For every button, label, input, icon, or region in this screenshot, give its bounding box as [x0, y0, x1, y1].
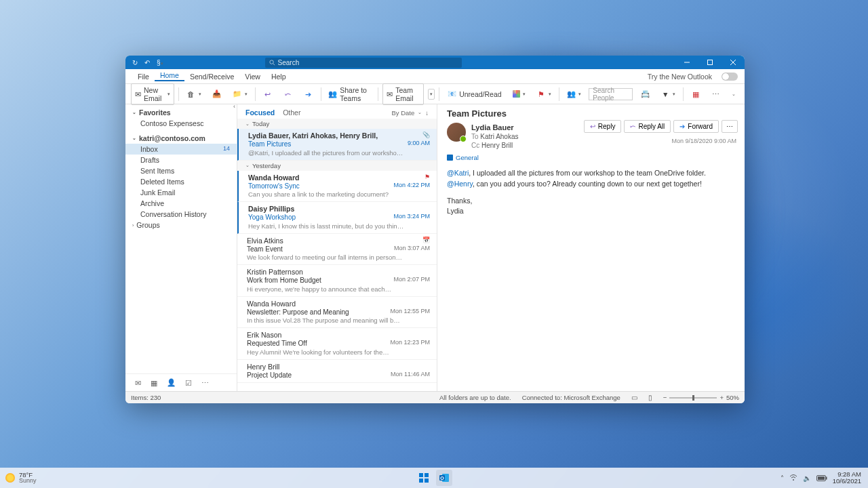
- taskbar-pinned: O: [416, 470, 452, 486]
- menu-view[interactable]: View: [239, 73, 266, 81]
- taskbar-outlook-icon[interactable]: O: [436, 470, 452, 486]
- sort-dropdown[interactable]: By Date⌄↓: [391, 109, 429, 117]
- forward-button[interactable]: ➔: [300, 87, 317, 101]
- sun-icon: [5, 473, 15, 483]
- reply-all-icon: ⤺: [283, 89, 293, 99]
- message-item[interactable]: Wanda HowardNewsletter: Purpose and Mean…: [237, 297, 437, 329]
- categorize-button[interactable]: ▾: [509, 88, 529, 100]
- message-category[interactable]: General: [437, 154, 745, 164]
- titlebar: ↻ ↶ §▾ Search: [125, 56, 745, 69]
- nav-archive[interactable]: Archive: [125, 198, 237, 209]
- mail-switcher-icon[interactable]: ✉: [135, 379, 141, 387]
- zoom-control[interactable]: − + 50%: [663, 394, 739, 401]
- try-new-outlook-toggle[interactable]: [722, 73, 738, 81]
- trash-icon: 🗑: [186, 89, 196, 99]
- message-item[interactable]: Erik NasonRequested Time OffHey Alumni! …: [237, 328, 437, 360]
- nav-deleted[interactable]: Deleted Items: [125, 176, 237, 187]
- message-list-body[interactable]: ⌄ TodayLydia Bauer, Katri Ahokas, Henry …: [237, 119, 437, 391]
- people-switcher-icon[interactable]: 👤: [167, 378, 176, 387]
- header-forward-button[interactable]: ➔ Forward: [673, 120, 719, 133]
- calendar-switcher-icon[interactable]: ▦: [151, 379, 157, 387]
- move-button[interactable]: 📁▾: [229, 87, 251, 101]
- wifi-icon[interactable]: [789, 474, 797, 481]
- menu-sendreceive[interactable]: Send/Receive: [184, 73, 239, 81]
- sync-icon[interactable]: ↻: [132, 59, 138, 66]
- team-email-dropdown[interactable]: ▾: [428, 89, 435, 100]
- header-reply-all-button[interactable]: ⤺ Reply All: [624, 120, 671, 133]
- start-button[interactable]: [416, 470, 432, 486]
- view-reading-icon[interactable]: ▯: [648, 394, 652, 401]
- maximize-button[interactable]: [698, 56, 722, 69]
- minimize-button[interactable]: [675, 56, 698, 69]
- zoom-in-icon[interactable]: +: [719, 394, 724, 401]
- archive-button[interactable]: 📥: [209, 87, 225, 101]
- menu-home[interactable]: Home: [155, 71, 184, 81]
- reply-button[interactable]: ↩: [260, 87, 276, 101]
- message-time: Mon 11:46 AM: [391, 371, 430, 378]
- message-time: Mon 2:07 PM: [393, 276, 430, 283]
- svg-rect-6: [419, 473, 423, 477]
- view-normal-icon[interactable]: ▭: [631, 394, 637, 401]
- group-header[interactable]: ⌄ Yesterday: [237, 161, 437, 171]
- delete-button[interactable]: 🗑▾: [183, 87, 205, 101]
- svg-rect-3: [708, 60, 713, 65]
- nav-sent[interactable]: Sent Items: [125, 165, 237, 176]
- nav-drafts[interactable]: Drafts: [125, 155, 237, 165]
- close-button[interactable]: [722, 56, 745, 69]
- search-people-input[interactable]: Search People: [589, 88, 633, 100]
- nav-groups[interactable]: ›Groups: [125, 220, 237, 230]
- nav-junk[interactable]: Junk Email: [125, 187, 237, 198]
- message-item[interactable]: Elvia AtkinsTeam EventWe look forward to…: [237, 234, 437, 266]
- taskbar-clock[interactable]: 9:28 AM 10/6/2021: [833, 471, 861, 485]
- message-time: 9:00 AM: [408, 140, 430, 147]
- message-preview: Hey Katri, I know this is lasst minute, …: [248, 222, 404, 230]
- find-contact-button[interactable]: 👥▾: [563, 87, 585, 101]
- flag-button[interactable]: ⚑▾: [533, 87, 555, 101]
- team-email-button[interactable]: ✉Team Email: [382, 83, 424, 105]
- apps-button[interactable]: ▦: [688, 87, 704, 101]
- favorites-header[interactable]: ⌄Favorites: [125, 107, 237, 118]
- menu-file[interactable]: File: [132, 73, 155, 81]
- reply-all-button[interactable]: ⤺: [280, 87, 296, 101]
- svg-rect-15: [826, 476, 827, 479]
- header-actions-overflow-button[interactable]: ⋯: [722, 120, 738, 133]
- filter-button[interactable]: ▼▾: [657, 87, 679, 101]
- menu-help[interactable]: Help: [266, 73, 292, 81]
- account-header[interactable]: ⌄katri@contoso.com: [125, 133, 237, 144]
- undo-icon[interactable]: ↶: [144, 59, 150, 66]
- address-book-button[interactable]: 📇: [637, 87, 653, 101]
- nav-contoso-expense[interactable]: Contoso Expensesc: [125, 118, 237, 129]
- tab-focused[interactable]: Focused: [245, 108, 275, 117]
- zoom-slider[interactable]: [669, 397, 717, 399]
- zoom-out-icon[interactable]: −: [663, 394, 667, 401]
- envelope-icon: ✉: [135, 89, 141, 99]
- header-reply-button[interactable]: ↩ Reply: [584, 120, 622, 133]
- new-email-button[interactable]: ✉ New Email ▾: [131, 83, 174, 105]
- ribbon-overflow-button[interactable]: ⋯: [708, 87, 724, 101]
- switcher-overflow-icon[interactable]: ⋯: [201, 379, 209, 387]
- folder-nav: ⌄Favorites Contoso Expensesc ⌄katri@cont…: [125, 104, 237, 391]
- message-item[interactable]: Daisy PhillipsYoga WorkshopHey Katri, I …: [237, 202, 437, 234]
- ribbon-options-button[interactable]: ⌄: [728, 89, 739, 99]
- share-teams-button[interactable]: 👥Share to Teams: [325, 84, 374, 104]
- collapse-nav-button[interactable]: ‹: [232, 102, 237, 111]
- nav-inbox[interactable]: Inbox14: [125, 144, 237, 155]
- search-input[interactable]: Search: [265, 58, 462, 68]
- unread-read-button[interactable]: 📧Unread/Read: [443, 87, 505, 101]
- tray-chevron-icon[interactable]: ˄: [781, 474, 784, 482]
- nav-convo-history[interactable]: Conversation History: [125, 209, 237, 220]
- svg-rect-9: [425, 479, 429, 483]
- battery-icon[interactable]: [816, 475, 827, 481]
- message-item[interactable]: Kristin PatternsonWork from Home BudgetH…: [237, 265, 437, 297]
- tab-other[interactable]: Other: [283, 108, 300, 117]
- calendar-icon: 📅: [422, 237, 430, 244]
- qat-overflow-icon[interactable]: §▾: [157, 59, 163, 66]
- weather-widget[interactable]: 78°F Sunny: [0, 472, 42, 485]
- svg-rect-16: [818, 476, 825, 480]
- message-item[interactable]: Lydia Bauer, Katri Ahokas, Henry Brill,T…: [237, 129, 437, 161]
- tasks-switcher-icon[interactable]: ☑: [185, 379, 192, 387]
- message-item[interactable]: Wanda HowardTomorrow's SyncCan you share…: [237, 171, 437, 203]
- message-item[interactable]: Henry BrillProject UpdateMon 11:46 AM: [237, 360, 437, 384]
- group-header[interactable]: ⌄ Today: [237, 119, 437, 129]
- volume-icon[interactable]: 🔈: [803, 474, 811, 482]
